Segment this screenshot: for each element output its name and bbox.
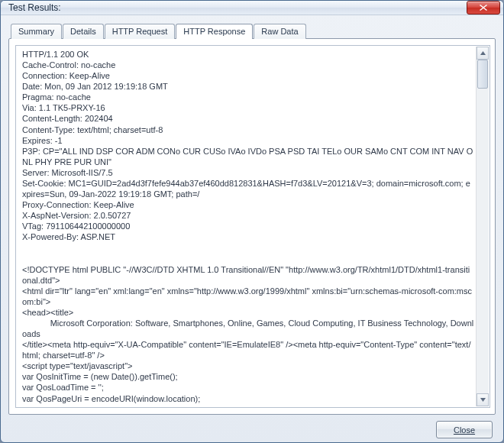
chevron-down-icon (480, 398, 486, 402)
response-textpane[interactable]: HTTP/1.1 200 OK Cache-Control: no-cache … (15, 45, 490, 408)
vertical-scrollbar[interactable] (476, 47, 489, 406)
content-area: Summary Details HTTP Request HTTP Respon… (1, 15, 503, 443)
close-button[interactable]: Close (436, 421, 493, 438)
scrollbar-track[interactable] (477, 60, 489, 393)
tab-summary[interactable]: Summary (11, 24, 62, 39)
tab-label: HTTP Response (183, 27, 245, 36)
scrollbar-thumb[interactable] (477, 60, 488, 89)
tab-label: HTTP Request (112, 27, 168, 36)
tab-http-response[interactable]: HTTP Response (176, 24, 253, 39)
dialog-window: Test Results: Summary Details HTTP Reque… (0, 0, 504, 443)
tab-label: Summary (18, 27, 54, 36)
tab-details[interactable]: Details (63, 24, 104, 39)
scroll-down-button[interactable] (477, 393, 489, 406)
window-title: Test Results: (8, 2, 467, 13)
tab-panel: HTTP/1.1 200 OK Cache-Control: no-cache … (8, 38, 496, 415)
window-close-button[interactable] (467, 1, 500, 15)
chevron-up-icon (480, 51, 486, 55)
tabstrip: Summary Details HTTP Request HTTP Respon… (8, 23, 496, 38)
response-text: HTTP/1.1 200 OK Cache-Control: no-cache … (22, 49, 488, 404)
button-label: Close (454, 425, 475, 435)
dialog-footer: Close (8, 415, 496, 443)
tab-label: Details (70, 27, 96, 36)
close-icon (480, 5, 487, 11)
tab-label: Raw Data (261, 27, 298, 36)
titlebar[interactable]: Test Results: (1, 1, 503, 15)
tab-raw-data[interactable]: Raw Data (254, 24, 305, 39)
tab-http-request[interactable]: HTTP Request (105, 24, 176, 39)
scroll-up-button[interactable] (477, 47, 489, 60)
